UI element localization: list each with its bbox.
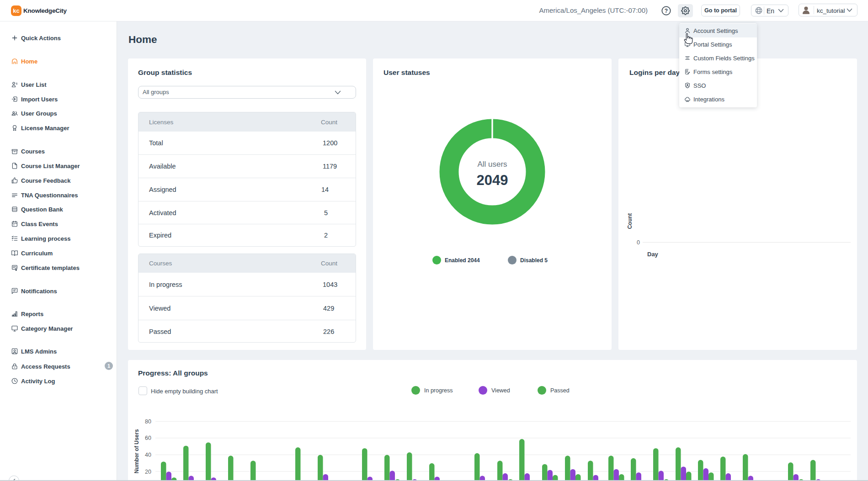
- svg-text:40: 40: [145, 452, 151, 458]
- svg-text:20: 20: [145, 469, 151, 475]
- svg-text:?: ?: [665, 8, 668, 14]
- svg-text:60: 60: [145, 435, 151, 441]
- svg-text:80: 80: [145, 418, 151, 425]
- svg-text:Number of Users: Number of Users: [133, 429, 140, 473]
